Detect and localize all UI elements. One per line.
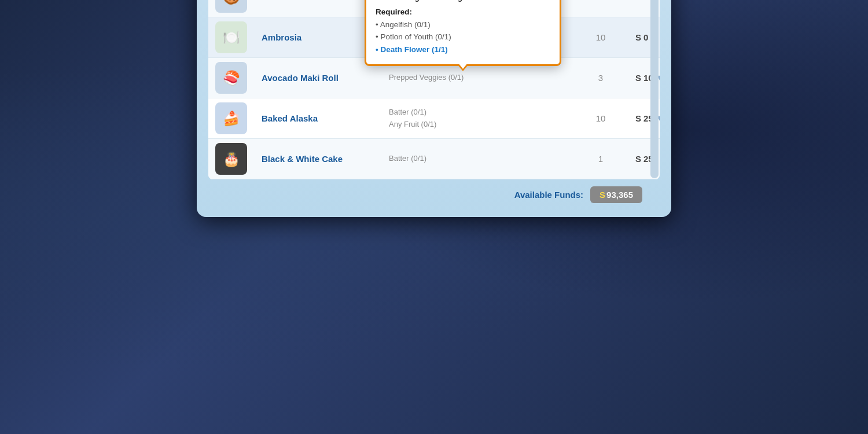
recipe-image-almond-macarons: 🍪 <box>215 0 247 13</box>
simoleon-icon-4: S <box>635 113 641 123</box>
recipe-skill-almond-macarons: 1 <box>566 0 635 2</box>
simoleon-icon-5: S <box>635 154 641 164</box>
ingredient-batter-2: Batter (0/1) <box>389 153 520 165</box>
recipe-image-ambrosia: 🍽️ <box>215 21 247 53</box>
table-row[interactable]: 🎂 Black & White Cake Batter (0/1) 1 S25 <box>208 139 660 179</box>
ingredient-any-fruit: Any Fruit (0/1) <box>389 119 520 131</box>
table-row[interactable]: 🍰 Baked Alaska Batter (0/1) Any Fruit (0… <box>208 98 660 139</box>
recipe-ingredients-bw-cake: Batter (0/1) <box>389 153 520 165</box>
available-funds-label: Available Funds: <box>514 190 583 200</box>
modal-dialog: ✕ Cook a Gourmet Meal... ∞ 🥕 🐟⊘ 🐟 🐠 🧁 ✓ … <box>197 36 671 398</box>
simoleon-icon: S <box>635 0 641 2</box>
ingredient-prepped-veggies: Prepped Veggies (0/1) <box>389 72 520 84</box>
recipe-ingredients-avocado-maki: Prepped Veggies (0/1) <box>389 72 520 84</box>
tooltip-title: Ambrosia can bring a ghost back to life … <box>376 0 550 3</box>
ambrosia-tooltip: Ambrosia can bring a ghost back to life … <box>365 0 561 66</box>
tooltip-required-label: Required: <box>376 6 550 19</box>
funds-amount: 93,365 <box>606 190 633 200</box>
recipe-image-avocado-maki: 🍣 <box>215 62 247 94</box>
recipe-ingredients-baked-alaska: Batter (0/1) Any Fruit (0/1) <box>389 106 520 131</box>
modal-container: ✕ Cook a Gourmet Meal... ∞ 🥕 🐟⊘ 🐟 🐠 🧁 ✓ … <box>197 0 671 217</box>
recipe-image-bw-cake: 🎂 <box>215 143 247 175</box>
recipe-name-avocado-maki: Avocado Maki Roll <box>262 73 389 83</box>
ingredient-batter: Batter (0/1) <box>389 106 520 119</box>
simoleon-icon-3: S <box>635 73 641 83</box>
recipe-skill-baked-alaska: 10 <box>566 113 635 123</box>
recipe-skill-avocado-maki: 3 <box>566 73 635 83</box>
recipe-name-baked-alaska: Baked Alaska <box>262 113 389 123</box>
funds-simoleon-icon: S <box>599 190 605 200</box>
scrollbar-track[interactable] <box>650 0 659 178</box>
recipe-image-baked-alaska: 🍰 <box>215 102 247 134</box>
modal-footer: Available Funds: S93,365 <box>197 179 671 205</box>
tooltip-ingredient-potion: • Potion of Youth (0/1) <box>376 31 550 43</box>
simoleon-icon-2: S <box>635 32 641 42</box>
recipe-skill-ambrosia: 10 <box>566 32 635 42</box>
recipe-skill-bw-cake: 1 <box>566 154 635 164</box>
tooltip-ingredient-angelfish: • Angelfish (0/1) <box>376 19 550 31</box>
tooltip-ingredient-death-flower: • Death Flower (1/1) <box>376 43 550 56</box>
recipe-name-bw-cake: Black & White Cake <box>262 154 389 164</box>
available-funds-value: S93,365 <box>590 186 642 203</box>
